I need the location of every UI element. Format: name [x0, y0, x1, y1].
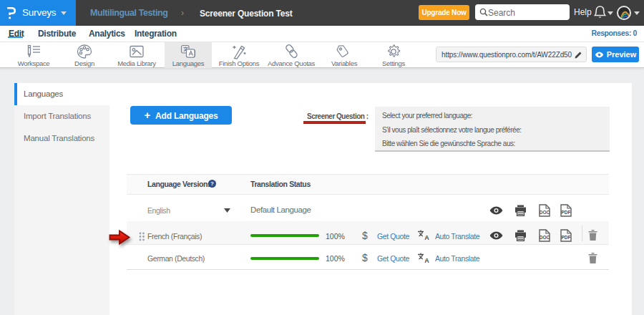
- svg-text:DOC: DOC: [540, 235, 550, 240]
- svg-text:A: A: [424, 257, 429, 263]
- svg-text:?: ?: [210, 180, 214, 187]
- svg-text:DOC: DOC: [540, 210, 550, 215]
- svg-text:A: A: [424, 234, 429, 241]
- svg-text:PDF: PDF: [562, 235, 571, 240]
- svg-text:PDF: PDF: [562, 210, 571, 215]
